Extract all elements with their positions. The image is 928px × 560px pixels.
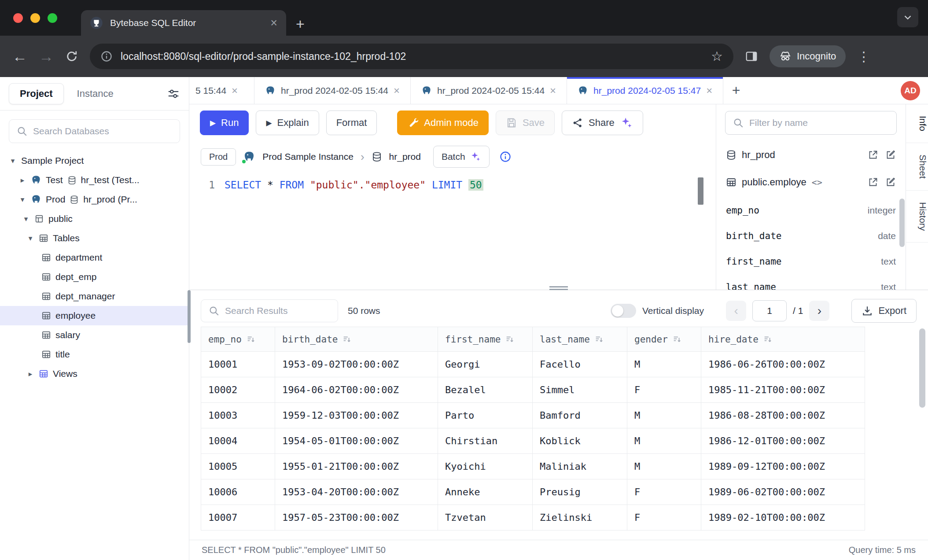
cell[interactable]: M: [627, 403, 701, 428]
tree-item-table-dept-emp[interactable]: dept_emp: [0, 267, 189, 287]
results-search-input[interactable]: [225, 306, 331, 316]
tree-item-project[interactable]: ▾ Sample Project: [0, 151, 189, 170]
user-avatar[interactable]: AD: [901, 81, 920, 100]
tab-info[interactable]: Info: [906, 104, 928, 143]
database-search-input[interactable]: [33, 126, 173, 136]
horizontal-splitter[interactable]: [189, 290, 928, 295]
url-text[interactable]: localhost:8080/sql-editor/prod-sample-in…: [121, 51, 703, 63]
tree-item-table-employee[interactable]: employee: [0, 306, 189, 325]
editor-scrollbar[interactable]: [698, 177, 703, 205]
export-button[interactable]: Export: [851, 299, 917, 323]
cell[interactable]: 1986-08-28T00:00:00Z: [701, 403, 865, 428]
cell[interactable]: M: [627, 428, 701, 454]
tree-item-table-salary[interactable]: salary: [0, 325, 189, 345]
filter-input[interactable]: [749, 118, 889, 128]
editor-tab-2[interactable]: hr_prod 2024-02-05 15:44 ×: [254, 77, 411, 104]
cell[interactable]: 1986-12-01T00:00:00Z: [701, 428, 865, 454]
cell[interactable]: Chirstian: [438, 428, 533, 454]
format-button[interactable]: Format: [326, 111, 377, 135]
vertical-display-toggle[interactable]: [611, 304, 636, 318]
cell[interactable]: 10002: [201, 377, 275, 403]
tree-item-schema-public[interactable]: ▾ public: [0, 209, 189, 228]
reload-button[interactable]: [65, 50, 78, 63]
sql-code-editor[interactable]: 1 SELECT * FROM "public"."employee" LIMI…: [189, 172, 716, 290]
cell[interactable]: Zielinski: [533, 505, 627, 531]
admin-mode-button[interactable]: Admin mode: [397, 111, 489, 135]
zoom-window-button[interactable]: [48, 13, 57, 23]
cell[interactable]: Koblick: [533, 428, 627, 454]
bookmark-star-icon[interactable]: ☆: [711, 50, 723, 63]
sort-icon[interactable]: [246, 335, 256, 344]
close-tab-icon[interactable]: ×: [270, 17, 277, 29]
cell[interactable]: 1959-12-03T00:00:00Z: [275, 403, 438, 428]
sort-icon[interactable]: [594, 335, 604, 344]
minimize-window-button[interactable]: [30, 13, 40, 23]
new-editor-tab-button[interactable]: +: [723, 77, 749, 104]
caret-down-icon[interactable]: ▾: [9, 156, 17, 166]
open-external-button[interactable]: [868, 177, 878, 188]
cell[interactable]: 10006: [201, 479, 275, 505]
caret-down-icon[interactable]: ▾: [22, 214, 30, 224]
sort-icon[interactable]: [342, 335, 352, 344]
tree-item-views-group[interactable]: ▸ Views: [0, 364, 189, 383]
tree-item-test-db[interactable]: ▸ Test hr_test (Test...: [0, 170, 189, 190]
cell[interactable]: M: [627, 352, 701, 377]
tree-item-table-dept-manager[interactable]: dept_manager: [0, 287, 189, 306]
cell[interactable]: 10003: [201, 403, 275, 428]
cell[interactable]: 1989-02-10T00:00:00Z: [701, 505, 865, 531]
connection-info-icon[interactable]: [499, 151, 512, 163]
table-row[interactable]: 100021964-06-02T00:00:00ZBezalelSimmelF1…: [201, 377, 865, 403]
close-icon[interactable]: ×: [550, 85, 556, 96]
editor-tab-3[interactable]: hr_prod 2024-02-05 15:44 ×: [411, 77, 567, 104]
close-icon[interactable]: ×: [232, 85, 238, 96]
ai-sparkle-icon[interactable]: [620, 116, 633, 129]
cell[interactable]: 1989-09-12T00:00:00Z: [701, 454, 865, 479]
prev-page-button[interactable]: ‹: [726, 301, 746, 321]
sql-statement[interactable]: SELECT * FROM "public"."employee" LIMIT …: [225, 172, 483, 290]
close-icon[interactable]: ×: [706, 85, 712, 96]
cell[interactable]: 1964-06-02T00:00:00Z: [275, 377, 438, 403]
cell[interactable]: Simmel: [533, 377, 627, 403]
tree-settings-button[interactable]: [167, 87, 180, 100]
edit-button[interactable]: [885, 150, 896, 160]
splitter-grip-icon[interactable]: [549, 286, 568, 290]
caret-down-icon[interactable]: ▾: [26, 234, 34, 243]
explain-button[interactable]: ▶ Explain: [256, 111, 319, 135]
sidebar-resize-handle[interactable]: [188, 290, 191, 343]
close-window-button[interactable]: [13, 13, 23, 23]
tab-history[interactable]: History: [906, 191, 928, 243]
database-search[interactable]: [9, 119, 180, 143]
browser-tab[interactable]: Bytebase SQL Editor ×: [81, 10, 286, 36]
cell[interactable]: 1955-01-21T00:00:00Z: [275, 454, 438, 479]
tree-item-tables-group[interactable]: ▾ Tables: [0, 228, 189, 248]
caret-right-icon[interactable]: ▸: [18, 176, 26, 185]
tab-search-chevron-button[interactable]: [897, 7, 918, 27]
next-page-button[interactable]: ›: [809, 301, 829, 321]
database-name[interactable]: hr_prod: [389, 151, 421, 162]
column-header[interactable]: gender: [627, 327, 701, 352]
forward-button[interactable]: →: [39, 49, 54, 64]
cell[interactable]: F: [627, 505, 701, 531]
cell[interactable]: Bamford: [533, 403, 627, 428]
cell[interactable]: Preusig: [533, 479, 627, 505]
table-row[interactable]: 100031959-12-03T00:00:00ZPartoBamfordM19…: [201, 403, 865, 428]
side-panel-button[interactable]: [745, 50, 758, 63]
tree-item-table-title[interactable]: title: [0, 345, 189, 364]
sort-icon[interactable]: [505, 335, 515, 344]
panel-scrollbar[interactable]: [899, 199, 905, 247]
column-header[interactable]: emp_no: [201, 327, 275, 352]
address-bar[interactable]: localhost:8080/sql-editor/prod-sample-in…: [90, 44, 733, 69]
column-header[interactable]: first_name: [438, 327, 533, 352]
cell[interactable]: Kyoichi: [438, 454, 533, 479]
table-row[interactable]: 100011953-09-02T00:00:00ZGeorgiFacelloM1…: [201, 352, 865, 377]
cell[interactable]: 1985-11-21T00:00:00Z: [701, 377, 865, 403]
cell[interactable]: 1953-04-20T00:00:00Z: [275, 479, 438, 505]
table-row[interactable]: 100051955-01-21T00:00:00ZKyoichiMaliniak…: [201, 454, 865, 479]
tab-sheet[interactable]: Sheet: [906, 143, 928, 191]
cell[interactable]: 10007: [201, 505, 275, 531]
filter-box[interactable]: [725, 111, 897, 135]
close-icon[interactable]: ×: [394, 85, 400, 96]
cell[interactable]: Facello: [533, 352, 627, 377]
caret-down-icon[interactable]: ▾: [18, 195, 26, 204]
tree-item-table-department[interactable]: department: [0, 248, 189, 267]
